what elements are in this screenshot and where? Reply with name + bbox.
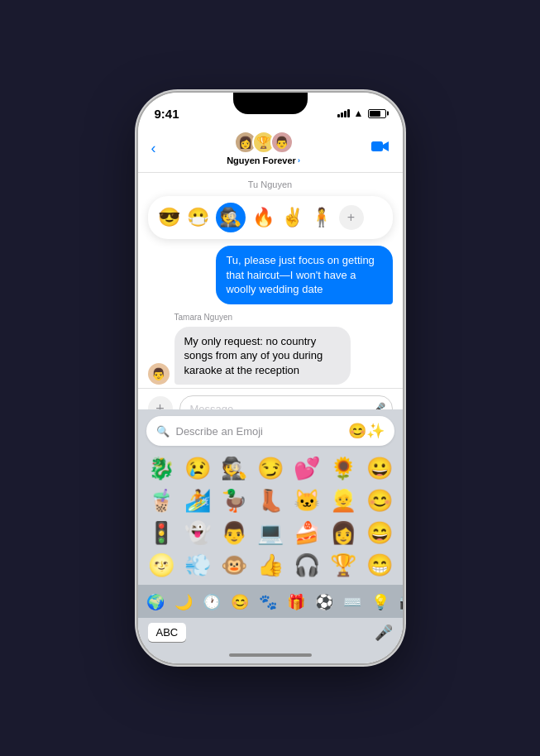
video-call-button[interactable] <box>371 140 389 157</box>
message-row-received: 👨 My only request: no country songs from… <box>148 327 393 385</box>
status-icons: ▲ <box>337 108 386 119</box>
messages-area: Tu Nguyen 😎 😷 🕵️ 🔥 ✌️ 🧍 + Tu, please jus… <box>138 173 403 409</box>
emoji-wink[interactable]: 😏 <box>252 452 289 485</box>
emoji-moon-face[interactable]: 🌝 <box>143 549 179 581</box>
emoji-cloud[interactable]: 💨 <box>179 549 216 581</box>
reaction-add-button[interactable]: + <box>339 205 364 230</box>
nav-chevron-icon: › <box>298 156 300 165</box>
phone-inner: 9:41 ▲ ‹ 👩 🏆 <box>138 93 403 663</box>
keyboard-toolbar: 🌍 🌙 🕐 😊 🐾 🎁 ⚽ ⌨️ 💡 📷 🚩 ⌫ <box>138 585 403 618</box>
emoji-laugh[interactable]: 😄 <box>361 517 398 549</box>
emoji-duck[interactable]: 🦆 <box>216 485 252 517</box>
message-sender-tamara: Tamara Nguyen <box>174 313 403 322</box>
abc-button[interactable]: ABC <box>148 623 187 642</box>
emoji-cry[interactable]: 😢 <box>179 452 216 485</box>
status-bar: 9:41 ▲ <box>138 93 403 127</box>
status-time: 9:41 <box>155 107 179 121</box>
emoji-person-curls[interactable]: 👱 <box>325 485 361 517</box>
group-name[interactable]: Nguyen Forever › <box>227 156 300 165</box>
emoji-flower[interactable]: 🌻 <box>325 452 361 485</box>
phone-frame: 9:41 ▲ ‹ 👩 🏆 <box>138 93 403 663</box>
message-row-sent: Tu, please just focus on getting that ha… <box>148 246 393 304</box>
back-button[interactable]: ‹ <box>151 140 156 157</box>
svg-rect-0 <box>371 141 383 151</box>
emoji-boots[interactable]: 👢 <box>252 485 289 517</box>
reaction-emoji-2[interactable]: 😷 <box>187 207 209 228</box>
home-bar <box>229 653 312 657</box>
battery-icon <box>368 109 386 118</box>
emoji-smile[interactable]: 😊 <box>361 485 398 517</box>
keyboard-mic-button[interactable]: 🎤 <box>375 624 393 642</box>
reaction-emoji-6[interactable]: 🧍 <box>310 207 332 228</box>
notch <box>233 93 308 114</box>
message-input[interactable]: Message 🎤 <box>179 395 393 409</box>
emoji-person[interactable]: 👨 <box>216 517 252 549</box>
bubble-sent: Tu, please just focus on getting that ha… <box>216 246 392 304</box>
reaction-emoji-3[interactable]: 🕵️ <box>216 203 246 232</box>
mic-icon: 🎤 <box>371 402 385 409</box>
home-indicator <box>138 650 403 663</box>
emoji-grin[interactable]: 😀 <box>361 452 398 485</box>
group-avatars: 👩 🏆 👨 <box>234 131 294 154</box>
toolbar-globe[interactable]: 🌍 <box>141 591 170 613</box>
toolbar-clock[interactable]: 🕐 <box>198 591 226 613</box>
emoji-cone[interactable]: 🚦 <box>143 517 179 549</box>
emoji-spy[interactable]: 🕵️ <box>216 452 252 485</box>
emoji-hearts[interactable]: 💕 <box>289 452 325 485</box>
emoji-monkey[interactable]: 🐵 <box>216 549 252 581</box>
reaction-emoji-4[interactable]: 🔥 <box>252 207 275 228</box>
search-icon: 🔍 <box>156 425 170 438</box>
emoji-woman[interactable]: 👩 <box>325 517 361 549</box>
toolbar-paw[interactable]: 🐾 <box>254 591 282 613</box>
toolbar-gift[interactable]: 🎁 <box>282 591 310 613</box>
emoji-surf[interactable]: 🏄 <box>179 485 216 517</box>
emoji-ai-button[interactable]: 😊✨ <box>348 422 385 440</box>
toolbar-smiley[interactable]: 😊 <box>226 591 254 613</box>
emoji-beam[interactable]: 😁 <box>361 549 398 581</box>
toolbar-camera[interactable]: 📷 <box>394 591 403 613</box>
emoji-keyboard: 🔍 Describe an Emoji 😊✨ 🐉 😢 🕵️ 😏 💕 🌻 😀 🧋 … <box>138 409 403 663</box>
emoji-search-bar[interactable]: 🔍 Describe an Emoji 😊✨ <box>146 416 394 446</box>
emoji-headphones[interactable]: 🎧 <box>289 549 325 581</box>
avatar-2: 👨 <box>270 131 294 154</box>
emoji-cake[interactable]: 🍰 <box>289 517 325 549</box>
sender-label: Tu Nguyen <box>138 179 403 189</box>
toolbar-moon[interactable]: 🌙 <box>170 591 198 613</box>
emoji-dragon[interactable]: 🐉 <box>143 452 179 485</box>
wifi-icon: ▲ <box>354 108 364 119</box>
emoji-grid: 🐉 😢 🕵️ 😏 💕 🌻 😀 🧋 🏄 🦆 👢 🐱 👱 😊 🚦 👻 👨 💻 <box>138 452 403 581</box>
emoji-thumbsup[interactable]: 👍 <box>252 549 289 581</box>
message-input-bar: + Message 🎤 <box>138 388 403 409</box>
nav-center[interactable]: 👩 🏆 👨 Nguyen Forever › <box>227 131 300 165</box>
reaction-bar: 😎 😷 🕵️ 🔥 ✌️ 🧍 + <box>148 196 393 239</box>
bubble-received: My only request: no country songs from a… <box>174 327 351 385</box>
emoji-laptop[interactable]: 💻 <box>252 517 289 549</box>
emoji-boba[interactable]: 🧋 <box>143 485 179 517</box>
toolbar-keyboard[interactable]: ⌨️ <box>338 591 366 613</box>
search-placeholder: Describe an Emoji <box>176 425 264 438</box>
emoji-trophy[interactable]: 🏆 <box>325 549 361 581</box>
signal-icon <box>337 109 350 117</box>
add-attachment-button[interactable]: + <box>148 396 173 409</box>
reaction-emoji-5[interactable]: ✌️ <box>281 207 303 228</box>
nav-bar: ‹ 👩 🏆 👨 Nguyen Forever › <box>138 127 403 173</box>
toolbar-sports[interactable]: ⚽ <box>310 591 338 613</box>
emoji-cat[interactable]: 🐱 <box>289 485 325 517</box>
keyboard-bottom-bar: ABC 🎤 <box>138 618 403 650</box>
reaction-emoji-1[interactable]: 😎 <box>158 207 180 228</box>
avatar-tamara: 👨 <box>148 363 170 385</box>
emoji-ghost[interactable]: 👻 <box>179 517 216 549</box>
toolbar-bulb[interactable]: 💡 <box>366 591 394 613</box>
